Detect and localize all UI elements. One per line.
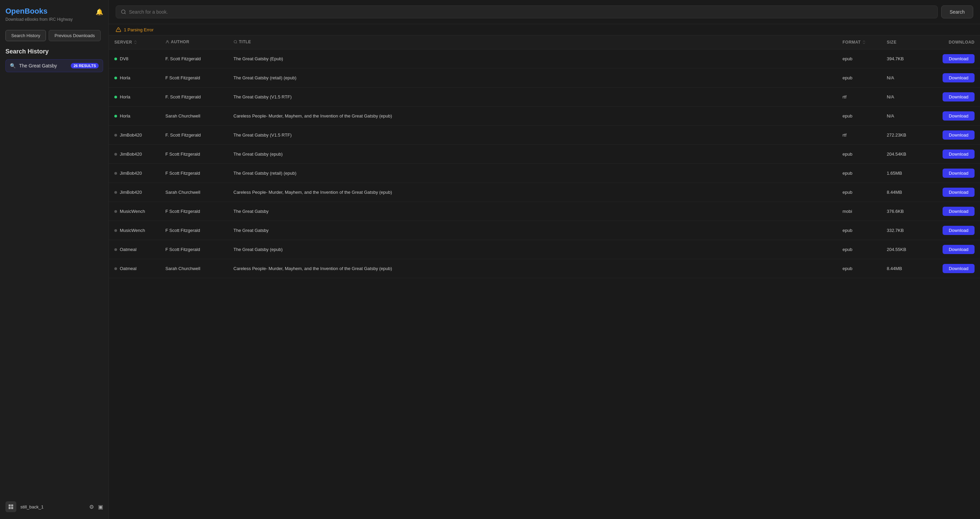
- author-cell: F Scott Fitzgerald: [160, 145, 228, 164]
- warning-icon: [116, 27, 121, 32]
- download-cell: Download: [926, 164, 980, 183]
- author-cell: F. Scott Fitzgerald: [160, 88, 228, 107]
- server-cell: Oatmeal: [109, 240, 160, 259]
- server-name: JimBob420: [120, 190, 142, 195]
- server-status-dot: [115, 134, 117, 137]
- author-cell: Sarah Churchwell: [160, 107, 228, 126]
- sort-icon-server[interactable]: [134, 40, 137, 44]
- format-cell: epub: [837, 221, 881, 240]
- download-button[interactable]: Download: [943, 169, 975, 178]
- svg-rect-2: [8, 507, 11, 509]
- table-row: Oatmeal F Scott Fitzgerald The Great Gat…: [109, 240, 980, 259]
- search-history-text: The Great Gatsby: [19, 63, 67, 69]
- sidebar-button-group: Search History Previous Downloads: [5, 30, 103, 41]
- format-cell: epub: [837, 107, 881, 126]
- title-cell: The Great Gatsby (epub): [228, 240, 837, 259]
- server-cell: Horla: [109, 88, 160, 107]
- svg-rect-3: [11, 507, 13, 509]
- server-cell: Horla: [109, 107, 160, 126]
- server-cell: JimBob420: [109, 126, 160, 145]
- sidebar: OpenBooks 🔔 Download eBooks from IRC Hig…: [0, 0, 109, 519]
- download-button[interactable]: Download: [943, 111, 975, 121]
- server-name: MusicWench: [120, 228, 145, 233]
- title-cell: The Great Gatsby: [228, 221, 837, 240]
- table-row: JimBob420 F Scott Fitzgerald The Great G…: [109, 164, 980, 183]
- col-header-size: SIZE: [881, 35, 926, 50]
- svg-rect-1: [11, 505, 13, 506]
- download-cell: Download: [926, 145, 980, 164]
- format-cell: epub: [837, 69, 881, 88]
- size-cell: 1.65MB: [881, 164, 926, 183]
- size-cell: N/A: [881, 69, 926, 88]
- server-status-dot: [115, 229, 117, 232]
- size-cell: 204.55KB: [881, 240, 926, 259]
- search-button[interactable]: Search: [941, 5, 973, 18]
- search-history-button[interactable]: Search History: [5, 30, 46, 41]
- title-cell: The Great Gatsby: [228, 202, 837, 221]
- table-row: JimBob420 Sarah Churchwell Careless Peop…: [109, 183, 980, 202]
- svg-point-9: [234, 40, 237, 43]
- search-history-item[interactable]: 🔍 The Great Gatsby 26 RESULTS: [5, 59, 103, 72]
- results-table-wrap: SERVER AUTHOR TITLE: [109, 35, 980, 519]
- download-cell: Download: [926, 259, 980, 278]
- title-icon: [234, 40, 237, 44]
- server-name: JimBob420: [120, 152, 142, 156]
- download-button[interactable]: Download: [943, 150, 975, 159]
- previous-downloads-button[interactable]: Previous Downloads: [49, 30, 101, 41]
- server-cell: JimBob420: [109, 164, 160, 183]
- results-badge: 26 RESULTS: [71, 63, 99, 69]
- download-button[interactable]: Download: [943, 73, 975, 82]
- author-cell: F. Scott Fitzgerald: [160, 126, 228, 145]
- download-button[interactable]: Download: [943, 226, 975, 235]
- size-cell: 204.54KB: [881, 145, 926, 164]
- col-header-format: FORMAT: [837, 35, 881, 50]
- download-cell: Download: [926, 50, 980, 69]
- server-status-dot: [115, 115, 117, 118]
- title-cell: The Great Gatsby (Epub): [228, 50, 837, 69]
- bell-icon[interactable]: 🔔: [95, 8, 103, 16]
- download-cell: Download: [926, 88, 980, 107]
- server-status-dot: [115, 267, 117, 270]
- download-button[interactable]: Download: [943, 188, 975, 197]
- footer-icons: ⚙ ▣: [89, 504, 103, 510]
- title-cell: The Great Gatsby (epub): [228, 145, 837, 164]
- col-header-title: TITLE: [228, 35, 837, 50]
- format-cell: epub: [837, 240, 881, 259]
- author-cell: F Scott Fitzgerald: [160, 69, 228, 88]
- download-button[interactable]: Download: [943, 54, 975, 63]
- server-name: DV8: [120, 56, 128, 61]
- server-name: MusicWench: [120, 209, 145, 214]
- parsing-error-text: 1 Parsing Error: [124, 27, 153, 32]
- server-status-dot: [115, 172, 117, 175]
- server-cell: DV8: [109, 50, 160, 69]
- main-content: Search 1 Parsing Error SERVER: [109, 0, 980, 519]
- search-input[interactable]: [129, 9, 933, 14]
- size-cell: 8.44MB: [881, 259, 926, 278]
- download-button[interactable]: Download: [943, 92, 975, 102]
- download-cell: Download: [926, 202, 980, 221]
- title-cell: Careless People- Murder, Mayhem, and the…: [228, 259, 837, 278]
- download-button[interactable]: Download: [943, 207, 975, 216]
- title-cell: Careless People- Murder, Mayhem, and the…: [228, 183, 837, 202]
- title-cell: The Great Gatsby (retail) (epub): [228, 164, 837, 183]
- download-button[interactable]: Download: [943, 264, 975, 273]
- search-bar: Search: [109, 0, 980, 24]
- server-name: JimBob420: [120, 133, 142, 137]
- layout-icon[interactable]: ▣: [98, 504, 103, 510]
- svg-line-10: [236, 43, 237, 43]
- format-cell: rtf: [837, 126, 881, 145]
- sort-icon-format[interactable]: [862, 40, 866, 44]
- format-cell: epub: [837, 259, 881, 278]
- settings-icon[interactable]: ⚙: [89, 504, 94, 510]
- server-name: Oatmeal: [120, 247, 137, 252]
- server-name: Horla: [120, 94, 130, 99]
- size-cell: 8.44MB: [881, 183, 926, 202]
- table-row: Horla F. Scott Fitzgerald The Great Gats…: [109, 88, 980, 107]
- download-button[interactable]: Download: [943, 245, 975, 254]
- col-header-author: AUTHOR: [160, 35, 228, 50]
- title-cell: Careless People- Murder, Mayhem, and the…: [228, 107, 837, 126]
- download-button[interactable]: Download: [943, 131, 975, 140]
- author-cell: Sarah Churchwell: [160, 259, 228, 278]
- server-cell: MusicWench: [109, 221, 160, 240]
- download-cell: Download: [926, 183, 980, 202]
